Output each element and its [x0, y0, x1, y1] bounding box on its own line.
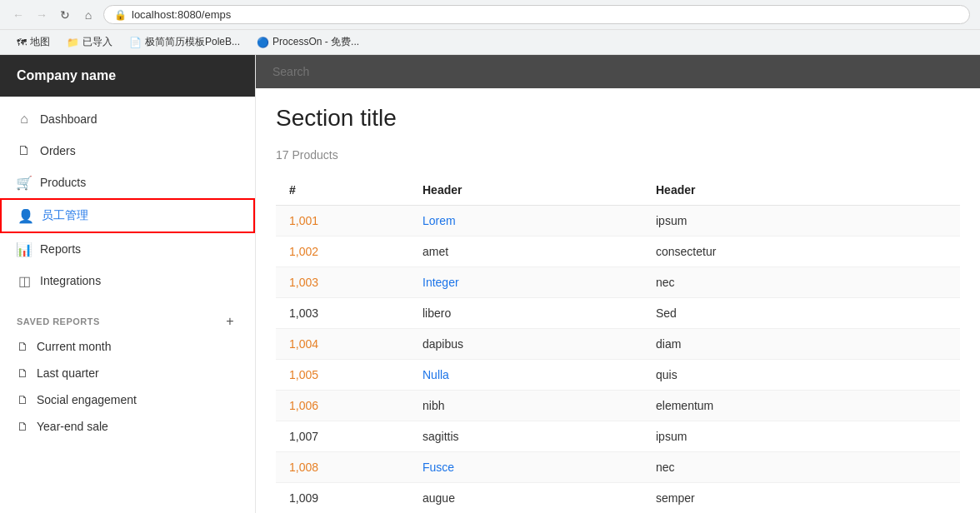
table-row: 1,009 augue semper [276, 483, 960, 514]
row-col1: augue [409, 483, 642, 514]
bookmark-item[interactable]: 🔵ProcessOn - 免费... [250, 33, 366, 51]
row-col2: nec [642, 452, 960, 483]
row-col2: semper [642, 483, 960, 514]
col-header2: Header [642, 175, 960, 206]
row-col1: dapibus [409, 329, 642, 360]
address-bar[interactable]: 🔒 localhost:8080/emps [103, 5, 970, 24]
table-header: # Header Header [276, 175, 960, 206]
row-id: 1,003 [276, 267, 409, 298]
saved-report-label: Social engagement [37, 393, 137, 406]
row-col2: ipsum [642, 421, 960, 452]
browser-nav: ← → ↻ ⌂ 🔒 localhost:8080/emps [0, 0, 980, 29]
main-content: Section title 17 Products # Header Heade… [256, 55, 980, 513]
saved-report-year-end-sale[interactable]: 🗋Year-end sale [0, 413, 255, 440]
saved-report-current-month[interactable]: 🗋Current month [0, 333, 255, 360]
col-header1: Header [409, 175, 642, 206]
sidebar-item-员工管理[interactable]: 👤员工管理 [0, 198, 255, 233]
row-col1[interactable]: Fusce [409, 452, 642, 483]
bookmark-icon: 🔵 [257, 37, 269, 48]
sidebar-item-products[interactable]: 🛒Products [0, 167, 255, 198]
row-id: 1,005 [276, 360, 409, 391]
row-id: 1,004 [276, 329, 409, 360]
row-id: 1,008 [276, 452, 409, 483]
saved-reports-label: SAVED REPORTS [17, 316, 100, 326]
bookmark-item[interactable]: 📁已导入 [60, 33, 119, 51]
content-area: Section title 17 Products # Header Heade… [256, 88, 980, 513]
file-icon: 🗋 [17, 393, 28, 406]
bookmark-label: 极简简历模板PoleB... [145, 35, 240, 49]
bookmark-item[interactable]: 🗺地图 [10, 33, 57, 51]
file-icon: 🗋 [17, 340, 28, 353]
search-input[interactable] [272, 65, 963, 78]
layers-icon: ◫ [17, 273, 32, 288]
row-id: 1,006 [276, 391, 409, 421]
table-row: 1,002 amet consectetur [276, 237, 960, 267]
row-id: 1,001 [276, 206, 409, 237]
row-col1[interactable]: Lorem [409, 206, 642, 237]
section-title: Section title [276, 105, 960, 132]
url-text: localhost:8080/emps [132, 8, 231, 21]
saved-report-last-quarter[interactable]: 🗋Last quarter [0, 360, 255, 386]
file-icon: 🗋 [17, 143, 32, 158]
file-icon: 🗋 [17, 420, 28, 433]
table-row: 1,001 Lorem ipsum [276, 206, 960, 237]
bookmarks-bar: 🗺地图📁已导入📄极简简历模板PoleB...🔵ProcessOn - 免费... [0, 29, 980, 54]
bar-chart-icon: 📊 [17, 242, 32, 256]
row-id: 1,003 [276, 298, 409, 329]
row-col1: amet [409, 237, 642, 267]
home-button[interactable]: ⌂ [80, 7, 97, 23]
row-col2: Sed [642, 298, 960, 329]
sidebar-item-reports[interactable]: 📊Reports [0, 233, 255, 265]
row-col1: nibh [409, 391, 642, 421]
saved-report-label: Year-end sale [37, 420, 108, 433]
table-row: 1,003 Integer nec [276, 267, 960, 298]
sidebar-item-dashboard[interactable]: ⌂Dashboard [0, 103, 255, 135]
bookmark-item[interactable]: 📄极简简历模板PoleB... [122, 33, 247, 51]
row-col1[interactable]: Nulla [409, 360, 642, 391]
bookmark-icon: 📁 [67, 37, 79, 48]
table-row: 1,007 sagittis ipsum [276, 421, 960, 452]
sidebar: Company name ⌂Dashboard🗋Orders🛒Products👤… [0, 55, 256, 513]
nav-label: 员工管理 [42, 208, 88, 223]
saved-report-label: Last quarter [37, 366, 99, 380]
bookmark-label: 已导入 [82, 35, 112, 49]
search-bar [256, 55, 980, 88]
table-row: 1,005 Nulla quis [276, 360, 960, 391]
nav-label: Orders [40, 144, 76, 157]
forward-button[interactable]: → [33, 7, 50, 23]
saved-reports-header: SAVED REPORTS + [0, 303, 255, 333]
sidebar-item-integrations[interactable]: ◫Integrations [0, 265, 255, 296]
row-col1: sagittis [409, 421, 642, 452]
row-col1: libero [409, 298, 642, 329]
row-id: 1,002 [276, 237, 409, 267]
row-id: 1,007 [276, 421, 409, 452]
file-icon: 🗋 [17, 366, 28, 380]
browser-chrome: ← → ↻ ⌂ 🔒 localhost:8080/emps 🗺地图📁已导入📄极简… [0, 0, 980, 55]
table-body: 1,001 Lorem ipsum 1,002 amet consectetur… [276, 206, 960, 514]
bookmark-label: 地图 [30, 35, 50, 49]
saved-report-label: Current month [37, 340, 111, 353]
data-table: # Header Header 1,001 Lorem ipsum 1,002 … [276, 175, 960, 513]
add-report-button[interactable]: + [222, 313, 238, 330]
cart-icon: 🛒 [17, 175, 32, 190]
sidebar-nav: ⌂Dashboard🗋Orders🛒Products👤员工管理📊Reports◫… [0, 97, 255, 303]
saved-reports-list: 🗋Current month🗋Last quarter🗋Social engag… [0, 333, 255, 440]
row-col2: consectetur [642, 237, 960, 267]
products-count: 17 Products [276, 148, 960, 162]
table-row: 1,008 Fusce nec [276, 452, 960, 483]
table-row: 1,006 nibh elementum [276, 391, 960, 421]
back-button[interactable]: ← [10, 7, 27, 23]
saved-report-social-engagement[interactable]: 🗋Social engagement [0, 386, 255, 413]
sidebar-item-orders[interactable]: 🗋Orders [0, 135, 255, 167]
row-col2: nec [642, 267, 960, 298]
nav-label: Integrations [40, 274, 101, 287]
row-col2: elementum [642, 391, 960, 421]
row-col2: quis [642, 360, 960, 391]
refresh-button[interactable]: ↻ [57, 7, 73, 23]
row-col1[interactable]: Integer [409, 267, 642, 298]
sidebar-company-name: Company name [0, 55, 255, 97]
person-icon: 👤 [18, 208, 33, 223]
nav-label: Dashboard [40, 112, 98, 126]
house-icon: ⌂ [17, 112, 32, 127]
app: Company name ⌂Dashboard🗋Orders🛒Products👤… [0, 55, 980, 513]
